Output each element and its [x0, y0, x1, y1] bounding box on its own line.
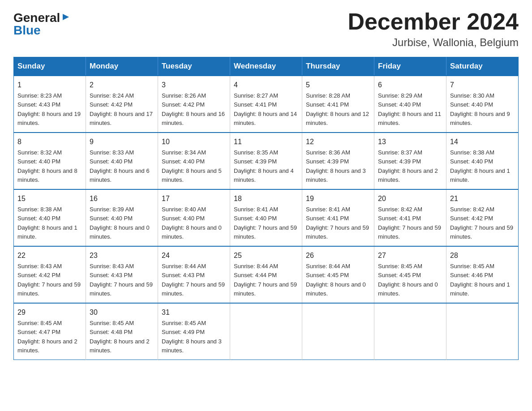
day-info: Sunrise: 8:36 AMSunset: 4:39 PMDaylight:…: [306, 149, 366, 183]
day-number: 4: [234, 80, 298, 90]
day-info: Sunrise: 8:40 AMSunset: 4:40 PMDaylight:…: [162, 206, 222, 240]
day-number: 31: [162, 307, 226, 318]
day-number: 11: [234, 137, 298, 147]
calendar-day-cell: 22 Sunrise: 8:43 AMSunset: 4:42 PMDaylig…: [14, 246, 86, 303]
day-number: 27: [378, 250, 442, 261]
day-info: Sunrise: 8:45 AMSunset: 4:49 PMDaylight:…: [162, 320, 222, 354]
day-info: Sunrise: 8:38 AMSunset: 4:40 PMDaylight:…: [17, 206, 77, 240]
day-info: Sunrise: 8:45 AMSunset: 4:46 PMDaylight:…: [450, 263, 510, 297]
calendar-day-cell: 18 Sunrise: 8:41 AMSunset: 4:40 PMDaylig…: [230, 189, 302, 246]
weekday-header-row: SundayMondayTuesdayWednesdayThursdayFrid…: [14, 57, 519, 76]
calendar-day-cell: 13 Sunrise: 8:37 AMSunset: 4:39 PMDaylig…: [374, 133, 446, 189]
day-info: Sunrise: 8:23 AMSunset: 4:43 PMDaylight:…: [17, 92, 81, 126]
calendar-week-row: 8 Sunrise: 8:32 AMSunset: 4:40 PMDayligh…: [14, 133, 519, 189]
day-info: Sunrise: 8:43 AMSunset: 4:43 PMDaylight:…: [90, 263, 153, 297]
day-info: Sunrise: 8:38 AMSunset: 4:40 PMDaylight:…: [450, 149, 510, 183]
day-number: 18: [234, 193, 298, 204]
day-info: Sunrise: 8:42 AMSunset: 4:42 PMDaylight:…: [450, 206, 513, 240]
title-area: December 2024 Jurbise, Wallonia, Belgium: [348, 9, 519, 49]
calendar-day-cell: 17 Sunrise: 8:40 AMSunset: 4:40 PMDaylig…: [158, 189, 230, 246]
day-number: 6: [378, 80, 442, 90]
day-info: Sunrise: 8:33 AMSunset: 4:40 PMDaylight:…: [90, 149, 150, 183]
weekday-header-sunday: Sunday: [14, 57, 86, 76]
calendar-day-cell: 10 Sunrise: 8:34 AMSunset: 4:40 PMDaylig…: [158, 133, 230, 189]
calendar-day-cell: 27 Sunrise: 8:45 AMSunset: 4:45 PMDaylig…: [374, 246, 446, 303]
day-number: 28: [450, 250, 515, 261]
calendar-day-cell: 12 Sunrise: 8:36 AMSunset: 4:39 PMDaylig…: [302, 133, 374, 189]
day-number: 10: [162, 137, 226, 147]
calendar-day-cell: 28 Sunrise: 8:45 AMSunset: 4:46 PMDaylig…: [446, 246, 519, 303]
calendar-day-cell: 15 Sunrise: 8:38 AMSunset: 4:40 PMDaylig…: [14, 189, 86, 246]
calendar-day-cell: 31 Sunrise: 8:45 AMSunset: 4:49 PMDaylig…: [158, 303, 230, 360]
day-info: Sunrise: 8:30 AMSunset: 4:40 PMDaylight:…: [450, 92, 510, 126]
day-number: 19: [306, 193, 370, 204]
day-number: 3: [162, 80, 226, 90]
day-info: Sunrise: 8:41 AMSunset: 4:40 PMDaylight:…: [234, 206, 297, 240]
calendar-day-cell: 4 Sunrise: 8:27 AMSunset: 4:41 PMDayligh…: [230, 76, 302, 133]
calendar-week-row: 29 Sunrise: 8:45 AMSunset: 4:47 PMDaylig…: [14, 303, 519, 360]
day-info: Sunrise: 8:32 AMSunset: 4:40 PMDaylight:…: [17, 149, 77, 183]
day-number: 29: [17, 307, 82, 318]
month-title: December 2024: [348, 9, 519, 34]
calendar-day-cell: 8 Sunrise: 8:32 AMSunset: 4:40 PMDayligh…: [14, 133, 86, 189]
day-info: Sunrise: 8:44 AMSunset: 4:44 PMDaylight:…: [234, 263, 297, 297]
day-number: 2: [90, 80, 154, 90]
calendar-day-cell: 26 Sunrise: 8:44 AMSunset: 4:45 PMDaylig…: [302, 246, 374, 303]
weekday-header-saturday: Saturday: [446, 57, 519, 76]
day-number: 12: [306, 137, 370, 147]
calendar-day-cell: [446, 303, 519, 360]
day-number: 13: [378, 137, 442, 147]
logo-arrow-icon: [61, 12, 71, 22]
day-number: 5: [306, 80, 370, 90]
day-number: 7: [450, 80, 515, 90]
day-info: Sunrise: 8:45 AMSunset: 4:47 PMDaylight:…: [17, 320, 77, 354]
calendar-day-cell: 7 Sunrise: 8:30 AMSunset: 4:40 PMDayligh…: [446, 76, 519, 133]
day-info: Sunrise: 8:39 AMSunset: 4:40 PMDaylight:…: [90, 206, 150, 240]
day-info: Sunrise: 8:35 AMSunset: 4:39 PMDaylight:…: [234, 149, 294, 183]
weekday-header-friday: Friday: [374, 57, 446, 76]
location-title: Jurbise, Wallonia, Belgium: [348, 36, 519, 49]
logo-general-text: General: [13, 12, 60, 24]
calendar-day-cell: 1 Sunrise: 8:23 AMSunset: 4:43 PMDayligh…: [14, 76, 86, 133]
calendar-day-cell: 5 Sunrise: 8:28 AMSunset: 4:41 PMDayligh…: [302, 76, 374, 133]
day-info: Sunrise: 8:44 AMSunset: 4:43 PMDaylight:…: [162, 263, 225, 297]
day-info: Sunrise: 8:28 AMSunset: 4:41 PMDaylight:…: [306, 92, 369, 126]
day-info: Sunrise: 8:24 AMSunset: 4:42 PMDaylight:…: [90, 92, 153, 126]
day-number: 14: [450, 137, 515, 147]
calendar-day-cell: 9 Sunrise: 8:33 AMSunset: 4:40 PMDayligh…: [86, 133, 158, 189]
calendar-day-cell: 19 Sunrise: 8:41 AMSunset: 4:41 PMDaylig…: [302, 189, 374, 246]
day-number: 21: [450, 193, 515, 204]
day-number: 1: [17, 80, 82, 90]
day-number: 20: [378, 193, 442, 204]
calendar-day-cell: [374, 303, 446, 360]
day-number: 9: [90, 137, 154, 147]
calendar-day-cell: 20 Sunrise: 8:42 AMSunset: 4:41 PMDaylig…: [374, 189, 446, 246]
svg-marker-0: [63, 14, 69, 20]
calendar-week-row: 15 Sunrise: 8:38 AMSunset: 4:40 PMDaylig…: [14, 189, 519, 246]
calendar-day-cell: [230, 303, 302, 360]
day-number: 22: [17, 250, 82, 261]
day-number: 24: [162, 250, 226, 261]
calendar-day-cell: 3 Sunrise: 8:26 AMSunset: 4:42 PMDayligh…: [158, 76, 230, 133]
page-header: General Blue December 2024 Jurbise, Wall…: [13, 9, 519, 49]
day-info: Sunrise: 8:44 AMSunset: 4:45 PMDaylight:…: [306, 263, 366, 297]
weekday-header-tuesday: Tuesday: [158, 57, 230, 76]
day-number: 16: [90, 193, 154, 204]
day-info: Sunrise: 8:41 AMSunset: 4:41 PMDaylight:…: [306, 206, 369, 240]
logo: General Blue: [13, 9, 71, 37]
calendar-day-cell: 24 Sunrise: 8:44 AMSunset: 4:43 PMDaylig…: [158, 246, 230, 303]
day-info: Sunrise: 8:45 AMSunset: 4:48 PMDaylight:…: [90, 320, 150, 354]
day-number: 25: [234, 250, 298, 261]
calendar-day-cell: [302, 303, 374, 360]
day-info: Sunrise: 8:45 AMSunset: 4:45 PMDaylight:…: [378, 263, 438, 297]
logo-blue-text: Blue: [13, 24, 41, 37]
day-info: Sunrise: 8:42 AMSunset: 4:41 PMDaylight:…: [378, 206, 441, 240]
day-number: 30: [90, 307, 154, 318]
calendar-table: SundayMondayTuesdayWednesdayThursdayFrid…: [13, 57, 519, 360]
day-number: 8: [17, 137, 82, 147]
calendar-day-cell: 30 Sunrise: 8:45 AMSunset: 4:48 PMDaylig…: [86, 303, 158, 360]
day-info: Sunrise: 8:34 AMSunset: 4:40 PMDaylight:…: [162, 149, 222, 183]
calendar-week-row: 22 Sunrise: 8:43 AMSunset: 4:42 PMDaylig…: [14, 246, 519, 303]
day-info: Sunrise: 8:29 AMSunset: 4:40 PMDaylight:…: [378, 92, 441, 126]
day-number: 15: [17, 193, 82, 204]
